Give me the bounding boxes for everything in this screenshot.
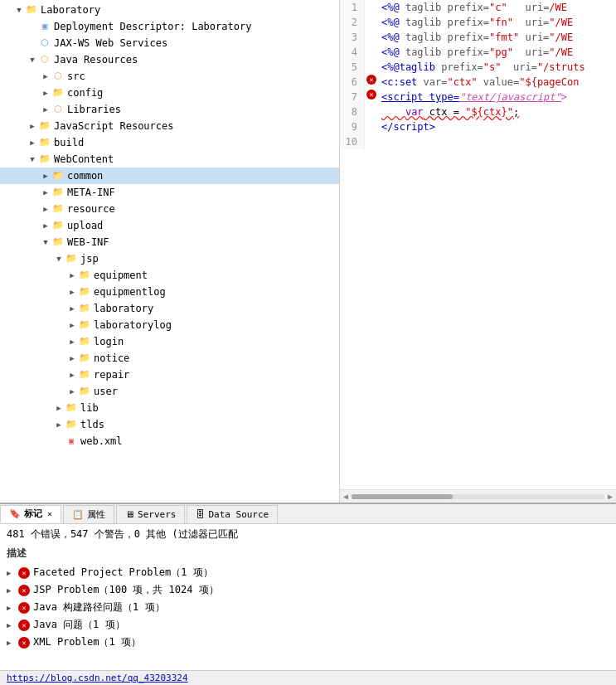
tree-label: user xyxy=(94,386,118,397)
status-bar: https://blog.csdn.net/qq_43203324 xyxy=(0,670,616,685)
tab-properties[interactable]: 📋 属性 xyxy=(63,505,114,523)
error-row-jsp[interactable]: ▶ ✕ JSP Problem（100 项，共 1024 项） xyxy=(7,581,609,599)
folder-icon: 📁 xyxy=(25,3,38,17)
tree-label: resource xyxy=(67,203,115,215)
tab-datasource-label: Data Source xyxy=(208,509,269,520)
tree-arrow: ▶ xyxy=(66,271,78,279)
tree-item-equipment[interactable]: ▶ 📁 equipment xyxy=(0,267,339,284)
tree-arrow: ▶ xyxy=(66,304,78,313)
tree-label: src xyxy=(67,70,85,82)
error-icon: ✕ xyxy=(18,567,30,579)
error-text: JSP Problem（100 项，共 1024 项） xyxy=(33,583,219,597)
tree-item-laboratory[interactable]: ▶ 📁 laboratory xyxy=(0,300,339,317)
error-dot: ✕ xyxy=(366,90,376,100)
tree-item-web-xml[interactable]: ▣ web.xml xyxy=(0,433,339,449)
tree-arrow: ▼ xyxy=(40,238,51,246)
tree-item-login[interactable]: ▶ 📁 login xyxy=(0,333,339,350)
folder-icon: 📁 xyxy=(51,86,65,100)
expand-icon: ▶ xyxy=(7,621,18,629)
tree-item-build[interactable]: ▶ 📁 build xyxy=(0,134,339,151)
line-number: 7 xyxy=(340,90,365,104)
tree-label: config xyxy=(67,87,103,99)
folder-icon: 📁 xyxy=(51,169,65,182)
code-line-7: 7 ✕ <script type="text/javascript"> xyxy=(340,90,616,104)
error-text: Java 问题（1 项） xyxy=(33,618,125,632)
code-line-10: 10 xyxy=(340,134,616,149)
tree-arrow: ▼ xyxy=(13,6,25,14)
tree-item-lib[interactable]: ▶ 📁 lib xyxy=(0,400,339,416)
tree-label: laboratory xyxy=(94,303,153,314)
code-line-8: 8 var ctx = "${ctx}"; xyxy=(340,104,616,119)
tree-item-notice[interactable]: ▶ 📁 notice xyxy=(0,350,339,367)
line-code: <%@ taglib prefix="fn" uri="/WE xyxy=(378,15,573,30)
tree-arrow: ▶ xyxy=(27,138,38,147)
tree-item-deployment[interactable]: ▣ Deployment Descriptor: Laboratory xyxy=(0,18,339,35)
tree-item-repair[interactable]: ▶ 📁 repair xyxy=(0,367,339,383)
tree-item-config[interactable]: ▶ 📁 config xyxy=(0,85,339,101)
tree-arrow: ▶ xyxy=(27,122,38,130)
tree-arrow: ▶ xyxy=(53,404,65,412)
tree-label: jsp xyxy=(80,253,99,265)
tree-label: Java Resources xyxy=(54,54,138,66)
code-content[interactable]: 1 <%@ taglib prefix="c" uri=/WE 2 <%@ ta… xyxy=(340,0,616,489)
error-row-faceted[interactable]: ▶ ✕ Faceted Project Problem（1 项） xyxy=(7,564,609,581)
tree-label: notice xyxy=(94,352,129,364)
tree-arrow: ▶ xyxy=(66,288,78,296)
tree-item-meta-inf[interactable]: ▶ 📁 META-INF xyxy=(0,184,339,201)
folder-icon: 📁 xyxy=(51,219,65,232)
tab-datasource[interactable]: 🗄 Data Source xyxy=(187,505,278,523)
error-marker: ✕ xyxy=(365,75,378,85)
tree-item-webcontent[interactable]: ▼ 📁 WebContent xyxy=(0,151,339,168)
jaxws-icon: ⬡ xyxy=(38,36,51,50)
tree-item-user[interactable]: ▶ 📁 user xyxy=(0,383,339,400)
line-number: 4 xyxy=(340,45,365,60)
bottom-panel: 🔖 标记 ✕ 📋 属性 🖥 Servers 🗄 Data Source 481 … xyxy=(0,503,616,685)
tree-arrow: ▶ xyxy=(66,321,78,329)
tree-arrow: ▶ xyxy=(40,188,51,197)
code-line-9: 9 </script> xyxy=(340,119,616,134)
tree-item-libraries[interactable]: ▶ ⬡ Libraries xyxy=(0,101,339,118)
error-text: Faceted Project Problem（1 项） xyxy=(33,566,213,580)
bottom-tabs: 🔖 标记 ✕ 📋 属性 🖥 Servers 🗄 Data Source xyxy=(0,504,616,524)
line-number: 10 xyxy=(340,134,365,149)
tree-item-laboratory-root[interactable]: ▼ 📁 Laboratory xyxy=(0,2,339,18)
line-code: <%@ taglib prefix="pg" uri="/WE xyxy=(378,45,573,60)
line-number: 5 xyxy=(340,60,365,75)
error-row-java-problem[interactable]: ▶ ✕ Java 问题（1 项） xyxy=(7,616,609,634)
line-number: 3 xyxy=(340,30,365,45)
tab-properties-label: 属性 xyxy=(87,508,105,521)
folder-icon: 📁 xyxy=(78,302,91,315)
horizontal-scroll[interactable]: ◀ ▶ xyxy=(340,489,616,503)
tree-item-js-resources[interactable]: ▶ 📁 JavaScript Resources xyxy=(0,118,339,134)
tree-item-jsp[interactable]: ▼ 📁 jsp xyxy=(0,250,339,267)
error-dot: ✕ xyxy=(366,75,376,85)
tree-item-java-resources[interactable]: ▼ ⬡ Java Resources xyxy=(0,51,339,68)
line-code: <c:set var="ctx" value="${pageCon xyxy=(378,75,579,90)
tab-servers[interactable]: 🖥 Servers xyxy=(116,505,185,523)
tab-markers-label: 标记 xyxy=(24,508,42,520)
tree-item-tlds[interactable]: ▶ 📁 tlds xyxy=(0,416,339,433)
package-icon: ⬡ xyxy=(38,53,51,66)
tree-arrow: ▶ xyxy=(53,420,65,429)
tree-label: web.xml xyxy=(80,435,123,447)
tree-item-src[interactable]: ▶ ⬡ src xyxy=(0,68,339,85)
tree-arrow: ▼ xyxy=(27,56,38,64)
tree-item-web-inf[interactable]: ▼ 📁 WEB-INF xyxy=(0,234,339,250)
expand-icon: ▶ xyxy=(7,639,18,647)
tree-arrow: ▶ xyxy=(40,221,51,230)
error-row-java-build[interactable]: ▶ ✕ Java 构建路径问题（1 项） xyxy=(7,599,609,616)
tree-label: upload xyxy=(67,220,103,231)
tree-item-laboratorylog[interactable]: ▶ 📁 laboratorylog xyxy=(0,317,339,333)
error-row-xml-problem[interactable]: ▶ ✕ XML Problem（1 项） xyxy=(7,634,609,651)
status-url[interactable]: https://blog.csdn.net/qq_43203324 xyxy=(7,673,188,683)
tree-label: tlds xyxy=(80,419,104,430)
error-icon: ✕ xyxy=(18,585,30,596)
tree-item-equipmentlog[interactable]: ▶ 📁 equipmentlog xyxy=(0,284,339,300)
tree-item-jax-ws[interactable]: ⬡ JAX-WS Web Services xyxy=(0,35,339,51)
tree-item-resource[interactable]: ▶ 📁 resource xyxy=(0,201,339,217)
tab-markers[interactable]: 🔖 标记 ✕ xyxy=(0,505,61,523)
tree-item-common[interactable]: ▶ 📁 common xyxy=(0,168,339,184)
tree-item-upload[interactable]: ▶ 📁 upload xyxy=(0,217,339,234)
error-icon: ✕ xyxy=(18,619,30,631)
code-line-6: 6 ✕ <c:set var="ctx" value="${pageCon xyxy=(340,75,616,90)
